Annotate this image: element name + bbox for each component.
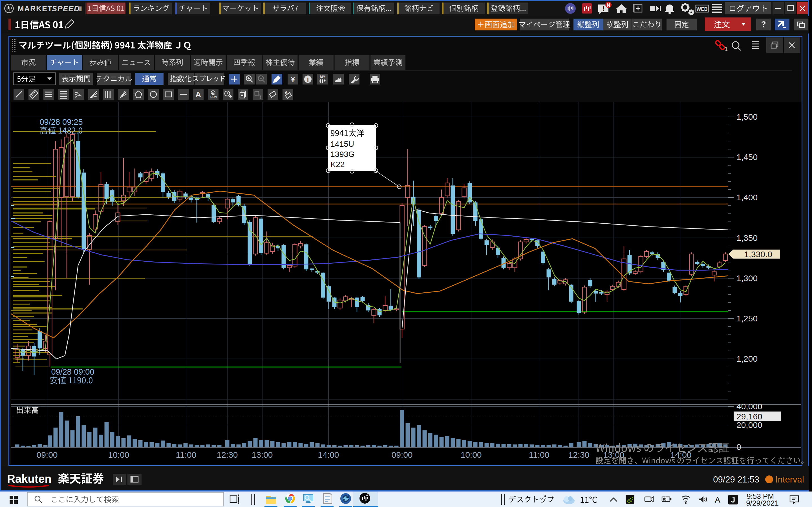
svg-text:!: !: [602, 4, 605, 13]
svg-text:9/29/2021: 9/29/2021: [746, 499, 779, 507]
svg-text:14:00: 14:00: [318, 450, 339, 459]
svg-text:1,500: 1,500: [737, 112, 758, 121]
svg-text:MARKET: MARKET: [17, 4, 53, 13]
svg-text:A: A: [195, 90, 201, 99]
svg-text:MY: MY: [320, 75, 325, 79]
svg-text:10:00: 10:00: [460, 450, 481, 459]
svg-text:09/29 21:53: 09/29 21:53: [713, 474, 759, 485]
svg-text:1: 1: [725, 46, 728, 52]
svg-text:20,000: 20,000: [737, 420, 762, 430]
svg-text:¥: ¥: [291, 75, 295, 83]
svg-text:1393G: 1393G: [331, 150, 355, 159]
svg-text:1,400: 1,400: [737, 193, 758, 202]
svg-text:Interval: Interval: [775, 474, 804, 485]
svg-text:Rakuten: Rakuten: [7, 473, 52, 485]
svg-text:12:30: 12:30: [216, 450, 238, 459]
svg-text:SPEED: SPEED: [52, 4, 80, 13]
svg-text:1,200: 1,200: [737, 354, 758, 363]
svg-text:K22: K22: [331, 160, 345, 169]
svg-text:1,450: 1,450: [737, 152, 758, 162]
svg-text:13:00: 13:00: [252, 450, 273, 459]
svg-text:ICON: ICON: [210, 96, 217, 99]
svg-text:1415U: 1415U: [331, 139, 354, 149]
svg-text:09:00: 09:00: [391, 450, 412, 459]
svg-text:1,350: 1,350: [737, 233, 758, 242]
svg-text:09/28 09:25: 09/28 09:25: [40, 117, 83, 126]
svg-text:1,330.0: 1,330.0: [744, 249, 772, 259]
svg-text:11:00: 11:00: [529, 450, 550, 459]
svg-text:1,250: 1,250: [737, 314, 758, 323]
svg-text:29,160: 29,160: [737, 412, 762, 421]
svg-text:09/28 09:00: 09/28 09:00: [51, 367, 94, 376]
svg-text:II: II: [78, 5, 82, 13]
svg-text:i: i: [307, 75, 309, 83]
svg-text:40,000: 40,000: [737, 402, 762, 411]
svg-text:11:00: 11:00: [176, 450, 197, 459]
svg-text:R: R: [366, 494, 368, 497]
svg-text:1,300: 1,300: [737, 274, 758, 283]
svg-text:J: J: [731, 496, 735, 504]
svg-text:09:00: 09:00: [36, 450, 57, 459]
svg-text:12:30: 12:30: [568, 450, 589, 459]
svg-text:0: 0: [737, 442, 741, 452]
svg-text:WEB: WEB: [696, 6, 708, 12]
svg-text:N: N: [607, 3, 610, 8]
svg-text:10:00: 10:00: [108, 450, 129, 459]
svg-text:A: A: [715, 495, 720, 504]
